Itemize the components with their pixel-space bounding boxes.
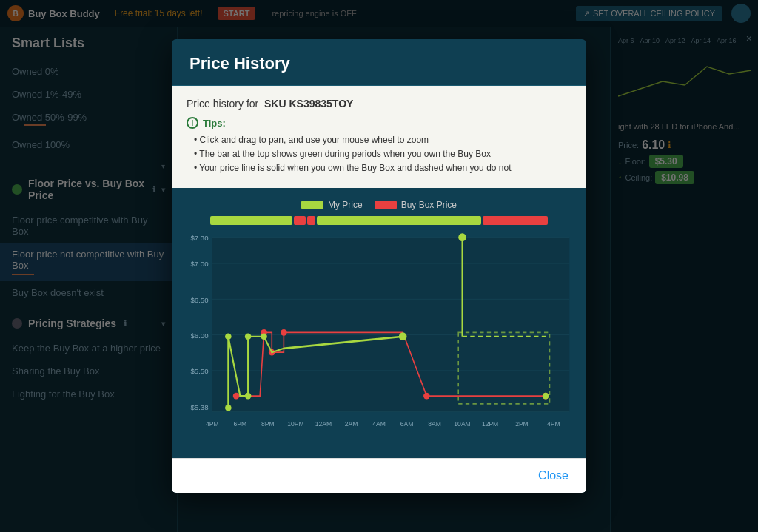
svg-text:6PM: 6PM bbox=[234, 420, 247, 427]
svg-text:8PM: 8PM bbox=[261, 420, 275, 427]
svg-text:$5.38: $5.38 bbox=[190, 403, 208, 411]
svg-point-29 bbox=[281, 329, 287, 336]
price-chart[interactable]: $7.30 $7.00 $6.50 $6.00 $5.50 $5.38 4PM … bbox=[181, 229, 577, 446]
status-segment-red bbox=[483, 216, 549, 225]
sku-value: SKU KS39835TOY bbox=[264, 98, 353, 110]
legend-my-price: My Price bbox=[301, 200, 363, 210]
svg-text:10PM: 10PM bbox=[287, 420, 303, 427]
modal-overlay: Price History Price history for SKU KS39… bbox=[0, 0, 758, 532]
status-bar bbox=[210, 216, 548, 225]
modal-header: Price History bbox=[172, 39, 586, 86]
tip-2: The bar at the top shows green during pe… bbox=[187, 147, 571, 161]
tips-header: i Tips: bbox=[187, 117, 571, 129]
modal-title: Price History bbox=[190, 54, 290, 73]
my-price-color bbox=[301, 201, 323, 209]
svg-text:8AM: 8AM bbox=[428, 420, 441, 427]
buy-box-label: Buy Box Price bbox=[401, 200, 457, 210]
svg-text:$6.50: $6.50 bbox=[190, 295, 208, 303]
modal-body: Price history for SKU KS39835TOY i Tips:… bbox=[172, 86, 586, 458]
svg-text:12PM: 12PM bbox=[482, 420, 498, 427]
svg-point-40 bbox=[458, 233, 466, 241]
svg-text:10AM: 10AM bbox=[454, 420, 470, 427]
chart-svg: $7.30 $7.00 $6.50 $6.00 $5.50 $5.38 4PM … bbox=[181, 229, 577, 443]
status-segment-green bbox=[210, 216, 292, 225]
svg-text:2PM: 2PM bbox=[515, 420, 529, 427]
buy-box-color bbox=[375, 201, 397, 209]
svg-point-26 bbox=[233, 392, 240, 399]
tip-3: Your price line is solid when you own th… bbox=[187, 161, 571, 175]
svg-text:4PM: 4PM bbox=[206, 420, 219, 427]
svg-point-34 bbox=[245, 392, 252, 399]
svg-text:4PM: 4PM bbox=[547, 420, 560, 427]
svg-text:12AM: 12AM bbox=[315, 420, 332, 427]
svg-text:$5.50: $5.50 bbox=[190, 367, 208, 375]
svg-point-38 bbox=[399, 332, 407, 340]
close-button[interactable]: Close bbox=[538, 469, 568, 482]
price-history-info-box: Price history for SKU KS39835TOY i Tips:… bbox=[172, 86, 586, 188]
chart-legend: My Price Buy Box Price bbox=[181, 200, 577, 210]
svg-text:4AM: 4AM bbox=[372, 420, 386, 427]
modal-footer: Close bbox=[172, 458, 586, 493]
svg-point-43 bbox=[543, 392, 549, 399]
tips-info-icon: i bbox=[187, 117, 198, 129]
svg-text:$6.00: $6.00 bbox=[190, 331, 208, 339]
svg-point-36 bbox=[261, 333, 267, 340]
svg-point-30 bbox=[423, 392, 430, 399]
price-history-modal: Price History Price history for SKU KS39… bbox=[172, 39, 586, 493]
svg-point-32 bbox=[225, 404, 232, 411]
svg-text:2AM: 2AM bbox=[345, 420, 358, 427]
legend-buy-box-price: Buy Box Price bbox=[375, 200, 457, 210]
svg-point-35 bbox=[245, 333, 252, 340]
svg-text:$7.00: $7.00 bbox=[190, 260, 208, 268]
svg-text:6AM: 6AM bbox=[400, 420, 414, 427]
status-segment-green bbox=[317, 216, 480, 225]
tips-label: Tips: bbox=[203, 118, 226, 129]
status-segment-red bbox=[294, 216, 306, 225]
sku-line: Price history for SKU KS39835TOY bbox=[187, 98, 571, 110]
chart-area: My Price Buy Box Price bbox=[172, 188, 586, 458]
tip-1: Click and drag to pan, and use your mous… bbox=[187, 133, 571, 147]
status-segment-red bbox=[307, 216, 315, 225]
my-price-label: My Price bbox=[328, 200, 363, 210]
sku-prefix: Price history for bbox=[187, 98, 258, 110]
svg-text:$7.30: $7.30 bbox=[190, 234, 208, 242]
